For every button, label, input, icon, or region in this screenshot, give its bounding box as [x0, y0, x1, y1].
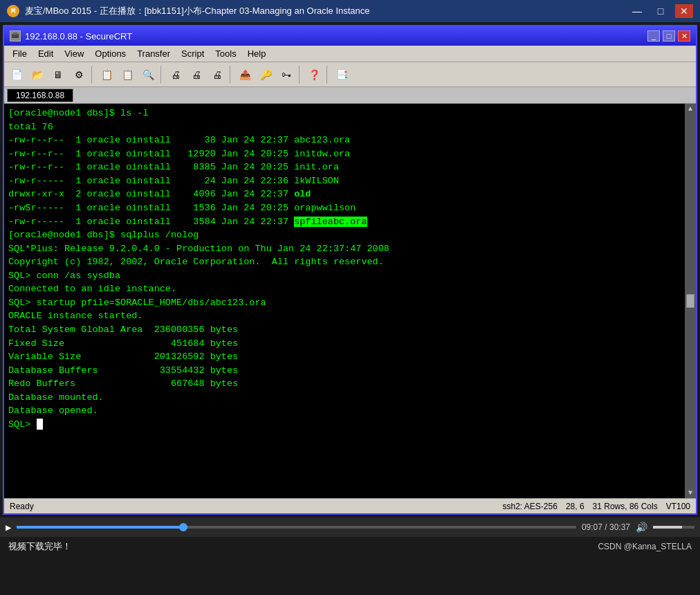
toolbar: 📄 📂 🖥 ⚙ 📋 📋 🔍 🖨 🖨 🖨 📤 🔑 🗝 ❓ 📑 — [4, 62, 696, 87]
tb-print2[interactable]: 🖨 — [187, 66, 206, 84]
menu-file[interactable]: File — [7, 47, 33, 60]
term-line-16: SQL> conn /as sysdba — [8, 269, 681, 283]
tb-auth[interactable]: 🗝 — [277, 66, 296, 84]
tb-print[interactable]: 🖨 — [166, 66, 185, 84]
securecrt-title-bar: 192.168.0.88 - SecureCRT _ □ ✕ — [4, 26, 696, 46]
term-line-7: drwxr-xr-x 2 oracle oinstall 4096 Jan 24… — [8, 187, 681, 201]
term-line-21: Total System Global Area 236000356 bytes — [8, 323, 681, 337]
time-total: 30:37 — [609, 522, 630, 532]
term-line-24: Database Buffers 33554432 bytes — [8, 364, 681, 378]
tb-print3[interactable]: 🖨 — [208, 66, 227, 84]
securecrt-window: 192.168.0.88 - SecureCRT _ □ ✕ File Edit… — [3, 25, 697, 515]
volume-bar[interactable] — [653, 526, 694, 529]
terminal[interactable]: [oracle@node1 dbs]$ ls -l total 76 -rw-r… — [4, 104, 685, 498]
menu-help[interactable]: Help — [242, 47, 272, 60]
cursor — [37, 419, 43, 430]
term-line-17: Connected to an idle instance. — [8, 282, 681, 296]
menu-view[interactable]: View — [59, 47, 89, 60]
menu-transfer[interactable]: Transfer — [131, 47, 176, 60]
window-title: 麦宝/MBoo 2015 - 正在播放：[bbk1151]小布-Chapter … — [25, 5, 370, 17]
status-bar: Ready ssh2: AES-256 28, 6 31 Rows, 86 Co… — [4, 498, 696, 513]
scroll-thumb[interactable] — [686, 294, 694, 308]
close-button[interactable]: ✕ — [675, 4, 693, 18]
csdn-watermark: CSDN @Kanna_STELLA — [598, 542, 692, 551]
title-bar-left: M 麦宝/MBoo 2015 - 正在播放：[bbk1151]小布-Chapte… — [7, 5, 370, 17]
time-current: 09:07 — [582, 522, 602, 532]
scroll-down-arrow[interactable]: ▼ — [688, 489, 692, 497]
app-icon: M — [7, 5, 19, 17]
bottom-bar: 视频下载完毕！ CSDN @Kanna_STELLA — [0, 537, 700, 556]
term-line-28: SQL> — [8, 418, 681, 432]
securecrt-title-left: 192.168.0.88 - SecureCRT — [10, 30, 132, 42]
maximize-button[interactable]: □ — [652, 4, 670, 18]
tb-copy[interactable]: 📋 — [97, 66, 116, 84]
toolbar-separator-2 — [160, 66, 163, 84]
minimize-button[interactable]: — — [628, 4, 646, 18]
menu-bar: File Edit View Options Transfer Script T… — [4, 46, 696, 62]
scroll-up-arrow[interactable]: ▲ — [688, 105, 692, 113]
tb-sftp[interactable]: 📤 — [235, 66, 255, 84]
term-line-5: -rw-r--r-- 1 oracle oinstall 8385 Jan 24… — [8, 161, 681, 174]
tab-session[interactable]: 192.168.0.88 — [7, 89, 73, 102]
term-line-6: -rw-r----- 1 oracle oinstall 24 Jan 24 2… — [8, 174, 681, 188]
status-dims: 31 Rows, 86 Cols — [593, 502, 658, 511]
term-line-26: Database mounted. — [8, 391, 681, 405]
vertical-scrollbar[interactable]: ▲ ▼ — [685, 104, 696, 498]
terminal-wrapper: [oracle@node1 dbs]$ ls -l total 76 -rw-r… — [4, 104, 696, 498]
volume-fill — [653, 526, 682, 529]
svg-rect-2 — [13, 33, 17, 35]
toolbar-separator-1 — [91, 66, 94, 84]
toolbar-separator-5 — [326, 66, 329, 84]
video-progress-bar[interactable] — [17, 526, 575, 529]
scrt-close-button[interactable]: ✕ — [678, 30, 690, 42]
tb-more[interactable]: 📑 — [332, 66, 351, 84]
bottom-left-text: 视频下载完毕！ — [8, 540, 71, 553]
title-bar: M 麦宝/MBoo 2015 - 正在播放：[bbk1151]小布-Chapte… — [0, 0, 700, 22]
status-right: ssh2: AES-256 28, 6 31 Rows, 86 Cols VT1… — [503, 502, 691, 511]
tb-new[interactable]: 📄 — [7, 66, 26, 84]
term-line-19: ORACLE instance started. — [8, 309, 681, 323]
tb-screen[interactable]: 🖥 — [48, 66, 68, 84]
progress-fill — [17, 526, 183, 529]
term-line-2: total 76 — [8, 120, 681, 134]
tb-paste[interactable]: 📋 — [118, 66, 137, 84]
term-line-23: Variable Size 201326592 bytes — [8, 350, 681, 364]
securecrt-icon — [10, 30, 21, 42]
menu-script[interactable]: Script — [176, 47, 210, 60]
menu-options[interactable]: Options — [89, 47, 131, 60]
term-line-27: Database opened. — [8, 404, 681, 418]
term-line-18: SQL> startup pfile=$ORACLE_HOME/dbs/abc1… — [8, 296, 681, 310]
tb-help[interactable]: ❓ — [304, 66, 324, 84]
volume-icon[interactable]: 🔊 — [636, 522, 647, 533]
window-controls: — □ ✕ — [628, 4, 693, 18]
scrt-maximize-button[interactable]: □ — [663, 30, 675, 42]
securecrt-controls: _ □ ✕ — [647, 30, 690, 42]
status-ready: Ready — [10, 502, 34, 511]
toolbar-separator-3 — [230, 66, 232, 84]
tb-settings[interactable]: ⚙ — [69, 66, 89, 84]
term-line-14: Copyright (c) 1982, 2002, Oracle Corpora… — [8, 255, 681, 269]
progress-dot — [179, 523, 187, 531]
video-controls: ▶ 09:07 / 30:37 🔊 — [0, 518, 700, 537]
term-line-3: -rw-r--r-- 1 oracle oinstall 38 Jan 24 2… — [8, 134, 681, 147]
tab-label: 192.168.0.88 — [16, 91, 64, 100]
securecrt-title-text: 192.168.0.88 - SecureCRT — [25, 31, 132, 42]
term-line-4: -rw-r--r-- 1 oracle oinstall 12920 Jan 2… — [8, 147, 681, 161]
toolbar-separator-4 — [299, 66, 302, 84]
scrt-minimize-button[interactable]: _ — [647, 30, 660, 42]
play-button[interactable]: ▶ — [6, 522, 11, 533]
tb-search[interactable]: 🔍 — [138, 66, 158, 84]
tb-key[interactable]: 🔑 — [256, 66, 275, 84]
spfile-highlight: spfileabc.ora — [294, 217, 367, 227]
tb-open[interactable]: 📂 — [28, 66, 47, 84]
term-line-9: -rw-r----- 1 oracle oinstall 3584 Jan 24… — [8, 215, 681, 229]
status-terminal: VT100 — [666, 502, 690, 511]
term-line-1: [oracle@node1 dbs]$ ls -l — [8, 107, 681, 120]
term-line-25: Redo Buffers 667648 bytes — [8, 377, 681, 391]
menu-tools[interactable]: Tools — [210, 47, 241, 60]
term-line-10: [oracle@node1 dbs]$ sqlplus /nolog — [8, 228, 681, 242]
video-time: 09:07 / 30:37 — [582, 522, 630, 532]
term-line-8: -rwSr----- 1 oracle oinstall 1536 Jan 24… — [8, 201, 681, 215]
tab-bar: 192.168.0.88 — [4, 87, 696, 104]
menu-edit[interactable]: Edit — [33, 47, 59, 60]
